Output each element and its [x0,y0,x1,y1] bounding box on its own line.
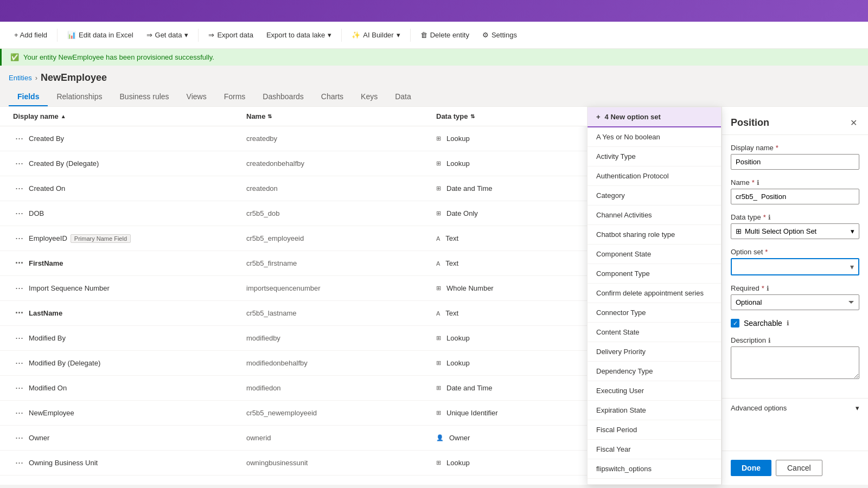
dropdown-item[interactable]: Authentication Protocol [588,166,721,186]
table-row[interactable]: ··· Created By (Delegate) createdonbehal… [0,151,587,176]
row-dots-menu[interactable]: ··· [13,182,25,195]
description-textarea[interactable] [731,346,859,379]
dropdown-item[interactable]: Component State [588,245,721,264]
description-info-icon[interactable]: ℹ [768,337,771,344]
table-row[interactable]: ··· Owner ownerid 👤 Owner [0,426,587,451]
tab-views[interactable]: Views [178,88,215,106]
dropdown-item[interactable]: Category [588,186,721,206]
close-button[interactable]: ✕ [848,115,859,130]
done-button[interactable]: Done [731,460,771,476]
table-row[interactable]: ··· Modified On modifiedon ⊞ Date and Ti… [0,376,587,401]
data-type-icon: ⊞ [436,185,441,192]
table-row[interactable]: ··· Modified By modifiedby ⊞ Lookup [0,326,587,351]
dropdown-item[interactable]: Content State [588,323,721,342]
dropdown-item[interactable]: Dependency Type [588,362,721,381]
table-cell-name: modifiedby [242,329,432,348]
name-input[interactable] [731,189,859,204]
searchable-info-icon[interactable]: ℹ [787,319,789,327]
dropdown-item[interactable]: Expiration State [588,401,721,420]
table-cell-display-name: ··· EmployeeID Primary Name Field [9,226,242,251]
searchable-checkbox[interactable] [731,319,739,328]
dropdown-item[interactable]: Connector Type [588,303,721,323]
dropdown-item[interactable]: Chatbot sharing role type [588,225,721,245]
breadcrumb-entities-link[interactable]: Entities [9,74,32,82]
dropdown-item[interactable]: Fiscal Year [588,440,721,459]
option-set-input[interactable]: ▾ [731,258,859,275]
dropdown-item[interactable]: flipswitch_options [588,459,721,479]
table-row[interactable]: ··· Created By createdby ⊞ Lookup [0,126,587,151]
table-row[interactable]: ··· Owning Business Unit owningbusinessu… [0,451,587,476]
export-data-button[interactable]: ⇒ Export data [203,28,259,42]
data-type-info-icon[interactable]: ℹ [768,214,771,221]
dropdown-item[interactable]: Fiscal Period [588,420,721,440]
new-option-set-item[interactable]: + 4 New option set [588,107,721,127]
table-row[interactable]: ··· EmployeeID Primary Name Field cr5b5_… [0,226,587,251]
table-cell-data-type: ⊞ Lookup [432,354,540,373]
export-lake-button[interactable]: Export to data lake ▾ [261,28,337,42]
edit-excel-button[interactable]: 📊 Edit data in Excel [62,28,138,42]
delete-entity-button[interactable]: 🗑 Delete entity [415,28,475,42]
dropdown-item[interactable]: Executing User [588,381,721,401]
row-dots-menu[interactable]: ··· [13,157,25,170]
add-field-button[interactable]: + Add field [9,28,53,42]
data-type-icon: ⊞ [436,135,441,142]
dropdown-item[interactable]: Component Type [588,264,721,284]
table-row[interactable]: ··· LastName cr5b5_lastname A Text [0,301,587,326]
row-dots-menu[interactable]: ··· [13,356,25,370]
table-cell-data-type: 👤 Owner [432,428,540,447]
tab-forms[interactable]: Forms [215,88,254,106]
row-dots-menu[interactable]: ··· [13,431,25,445]
chevron-down-icon-2: ▾ [328,31,331,39]
table-cell-display-name: ··· Created On [9,176,242,201]
tab-data[interactable]: Data [386,88,420,106]
ai-builder-button[interactable]: ✨ AI Builder ▾ [346,28,405,42]
row-dots-menu[interactable]: ··· [13,456,25,470]
table-cell-data-type: ⊞ Lookup [432,329,540,348]
dropdown-item[interactable]: Channel Activities [588,206,721,225]
row-dots-menu[interactable]: ··· [13,306,25,320]
table-cell-data-type: ⊞ Date Only [432,204,540,223]
dropdown-item[interactable]: A Yes or No boolean [588,127,721,147]
row-dots-menu[interactable]: ··· [13,281,25,295]
row-dots-menu[interactable]: ··· [13,132,25,145]
row-dots-menu[interactable]: ··· [13,381,25,395]
cancel-button[interactable]: Cancel [776,460,822,476]
table-row[interactable]: ··· Modified By (Delegate) modifiedonbeh… [0,351,587,376]
name-info-icon[interactable]: ℹ [757,179,760,187]
dropdown-item[interactable]: Activity Type [588,147,721,166]
dropdown-item[interactable]: Goal Type [588,479,721,485]
tab-dashboards[interactable]: Dashboards [254,88,312,106]
dropdown-item[interactable]: Confirm delete appointment series [588,284,721,303]
tab-charts[interactable]: Charts [312,88,352,106]
row-dots-menu[interactable]: ··· [13,256,25,270]
table-row[interactable]: ··· NewEmployee cr5b5_newemployeeid ⊞ Un… [0,401,587,426]
row-dots-menu[interactable]: ··· [13,331,25,345]
tab-fields[interactable]: Fields [9,88,48,106]
data-type-select[interactable]: ⊞ Multi Select Option Set ▾ [731,223,859,239]
option-set-dropdown-panel[interactable]: + 4 New option set A Yes or No booleanAc… [587,107,722,485]
row-dots-menu[interactable]: ··· [13,406,25,420]
table-cell-name: ownerid [242,428,432,447]
get-data-button[interactable]: ⇒ Get data ▾ [141,28,194,42]
dropdown-item[interactable]: Delivery Priority [588,342,721,362]
table-row[interactable]: ··· Import Sequence Number importsequenc… [0,276,587,301]
delete-icon: 🗑 [420,31,427,39]
advanced-options-row[interactable]: Advanced options ▾ [722,398,868,418]
table-cell-data-type: ⊞ Whole Number [432,279,540,298]
table-row[interactable]: ··· FirstName cr5b5_firstname A Text [0,251,587,276]
table-row[interactable]: ··· DOB cr5b5_dob ⊞ Date Only [0,201,587,226]
data-type-label: Data type * ℹ [731,213,859,221]
table-cell-actions [540,183,567,194]
display-name-input[interactable] [731,154,859,170]
tab-relationships[interactable]: Relationships [48,88,111,106]
tab-business-rules[interactable]: Business rules [111,88,178,106]
row-dots-menu[interactable]: ··· [13,481,25,485]
table-row[interactable]: ··· Created On createdon ⊞ Date and Time [0,176,587,201]
required-info-icon[interactable]: ℹ [767,285,769,292]
row-dots-menu[interactable]: ··· [13,232,25,245]
settings-button[interactable]: ⚙ Settings [477,28,522,42]
tab-keys[interactable]: Keys [352,88,386,106]
required-select[interactable]: Optional Business Recommended Business R… [731,294,859,310]
row-dots-menu[interactable]: ··· [13,207,25,220]
table-row[interactable]: ··· Owning Team owningteam ⊞ Lookup [0,476,587,485]
